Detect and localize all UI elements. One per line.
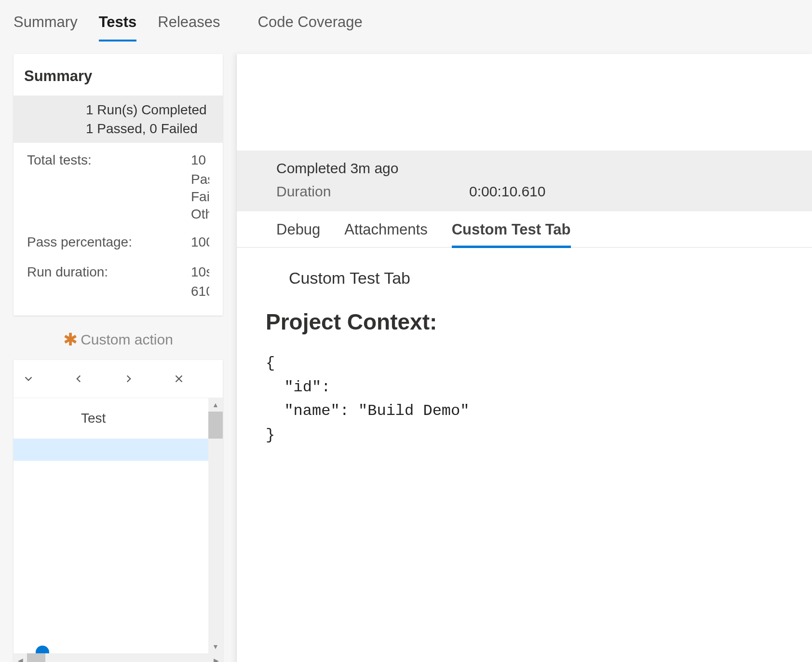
- total-tests-value: 10 (1: [191, 152, 209, 168]
- stats-other: Other: [27, 207, 209, 222]
- selection-indicator-icon: [36, 646, 49, 653]
- star-icon: ✱: [63, 331, 78, 348]
- selected-test-row[interactable]: [14, 439, 223, 461]
- tab-custom-test[interactable]: Custom Test Tab: [452, 221, 571, 247]
- summary-title: Summary: [14, 54, 223, 96]
- scroll-down-button[interactable]: ▼: [208, 640, 223, 653]
- top-tab-bar: Summary Tests Releases Code Coverage: [0, 0, 812, 41]
- test-list-card: Test ▲ ▼ ◀ ▶: [14, 360, 223, 662]
- project-context-json: { "id": "name": "Build Demo" }: [266, 351, 783, 447]
- test-list-body: [14, 439, 223, 653]
- detail-tab-bar: Debug Attachments Custom Test Tab: [237, 211, 812, 248]
- hscroll-thumb[interactable]: [27, 653, 45, 662]
- tab-releases[interactable]: Releases: [158, 14, 220, 41]
- detail-run-info: Completed 3m ago Duration 0:00:10.610: [237, 151, 812, 211]
- tab-debug[interactable]: Debug: [276, 221, 320, 247]
- summary-passfail-line: 1 Passed, 0 Failed: [86, 119, 223, 138]
- scroll-right-button[interactable]: ▶: [209, 653, 223, 662]
- close-button[interactable]: [169, 369, 189, 389]
- summary-run-band: 1 Run(s) Completed 1 Passed, 0 Failed: [14, 96, 223, 143]
- chevron-right-icon: [122, 372, 135, 385]
- next-button[interactable]: [119, 369, 139, 389]
- detail-spacer: [237, 54, 812, 151]
- detail-duration-label: Duration: [276, 183, 469, 200]
- left-panel: Summary 1 Run(s) Completed 1 Passed, 0 F…: [0, 54, 236, 662]
- custom-action-button[interactable]: ✱ Custom action: [14, 316, 223, 360]
- pass-pct-value: 100%: [191, 234, 209, 250]
- completed-text: Completed 3m ago: [276, 160, 812, 177]
- main-layout: Summary 1 Run(s) Completed 1 Passed, 0 F…: [0, 54, 812, 662]
- project-context-heading: Project Context:: [266, 309, 783, 335]
- horizontal-scrollbar[interactable]: ◀ ▶: [14, 653, 223, 662]
- scroll-up-button[interactable]: ▲: [208, 398, 223, 412]
- detail-panel: Completed 3m ago Duration 0:00:10.610 De…: [236, 54, 812, 662]
- run-duration-sub: 610ms: [27, 284, 209, 299]
- vertical-scrollbar[interactable]: ▲ ▼: [208, 398, 223, 653]
- tab-code-coverage[interactable]: Code Coverage: [258, 14, 363, 41]
- custom-tab-subtitle: Custom Test Tab: [289, 269, 783, 288]
- stats-failed: Failed: [27, 189, 209, 205]
- chevron-down-icon: [22, 372, 35, 385]
- custom-action-label: Custom action: [81, 331, 173, 348]
- summary-card: Summary 1 Run(s) Completed 1 Passed, 0 F…: [14, 54, 223, 316]
- stats-passed: Passed: [27, 172, 209, 187]
- close-icon: [173, 372, 185, 385]
- scroll-left-button[interactable]: ◀: [14, 653, 27, 662]
- pass-pct-label: Pass percentage:: [27, 234, 191, 250]
- run-duration-label: Run duration:: [27, 264, 191, 280]
- summary-stats: Total tests: 10 (1 Passed Failed Other P…: [14, 143, 223, 316]
- expand-button[interactable]: [18, 369, 39, 389]
- test-column-header[interactable]: Test: [14, 398, 223, 439]
- detail-body: Custom Test Tab Project Context: { "id":…: [237, 248, 812, 662]
- tab-summary[interactable]: Summary: [14, 14, 78, 41]
- tab-attachments[interactable]: Attachments: [344, 221, 427, 247]
- test-list-toolbar: [14, 360, 223, 398]
- tab-tests[interactable]: Tests: [99, 14, 137, 41]
- prev-button[interactable]: [68, 369, 89, 389]
- chevron-left-icon: [72, 372, 85, 385]
- run-duration-value: 10s: [191, 264, 209, 280]
- vscroll-thumb[interactable]: [208, 412, 223, 439]
- summary-run-line: 1 Run(s) Completed: [86, 100, 223, 119]
- detail-duration-value: 0:00:10.610: [469, 183, 545, 200]
- total-tests-label: Total tests:: [27, 152, 191, 168]
